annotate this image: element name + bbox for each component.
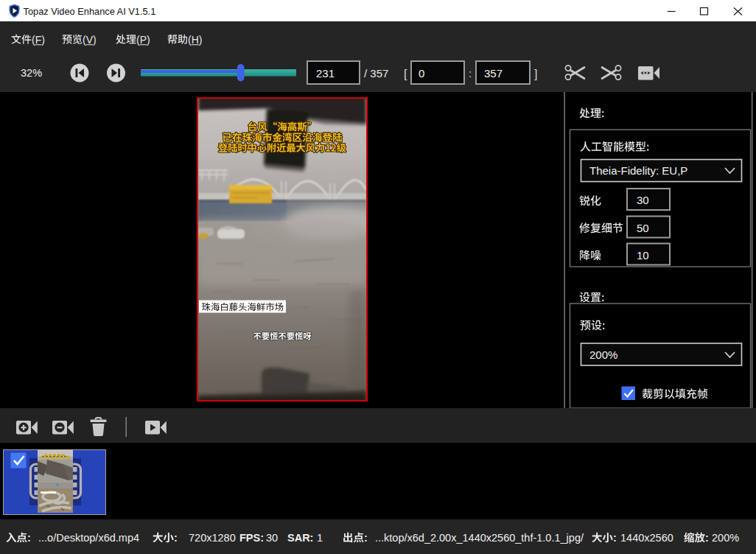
svg-text:30: 30 (637, 194, 649, 206)
svg-text:FPS:: FPS: (239, 532, 264, 544)
svg-text:Topaz Video Enhance AI V1.5.1: Topaz Video Enhance AI V1.5.1 (24, 6, 156, 17)
svg-text:...ktop/x6d_2.00x_1440x2560_th: ...ktop/x6d_2.00x_1440x2560_thf-1.0.1_jp… (375, 532, 584, 544)
svg-text::: : (174, 532, 178, 544)
svg-text:(P): (P) (136, 34, 150, 46)
svg-text::: : (613, 532, 617, 544)
svg-text:1440x2560: 1440x2560 (620, 532, 673, 544)
svg-text:...o/Desktop/x6d.mp4: ...o/Desktop/x6d.mp4 (38, 532, 139, 544)
svg-text:[: [ (404, 68, 407, 80)
svg-text:Theia-Fidelity: EU,P: Theia-Fidelity: EU,P (589, 164, 687, 177)
svg-text:/ 357: / 357 (364, 67, 388, 80)
svg-text::: : (364, 532, 368, 544)
svg-text:]: ] (534, 68, 537, 80)
svg-text:0: 0 (419, 67, 424, 80)
svg-text:50: 50 (637, 222, 649, 234)
svg-text:200%: 200% (589, 348, 617, 361)
svg-text:200%: 200% (712, 532, 739, 544)
svg-text:10: 10 (637, 249, 649, 262)
svg-text:30: 30 (266, 532, 278, 544)
svg-text:32%: 32% (21, 67, 42, 79)
svg-text:720x1280: 720x1280 (189, 532, 236, 544)
svg-text::: : (469, 67, 472, 80)
svg-text:SAR:: SAR: (287, 532, 313, 544)
svg-text:(V): (V) (83, 34, 97, 46)
svg-text::: : (27, 532, 31, 544)
svg-text:231: 231 (316, 67, 335, 80)
svg-text:(H): (H) (188, 34, 202, 46)
svg-text:(F): (F) (32, 34, 45, 46)
svg-text:1: 1 (317, 532, 323, 544)
svg-text:357: 357 (484, 67, 503, 80)
svg-text::: : (705, 532, 709, 544)
